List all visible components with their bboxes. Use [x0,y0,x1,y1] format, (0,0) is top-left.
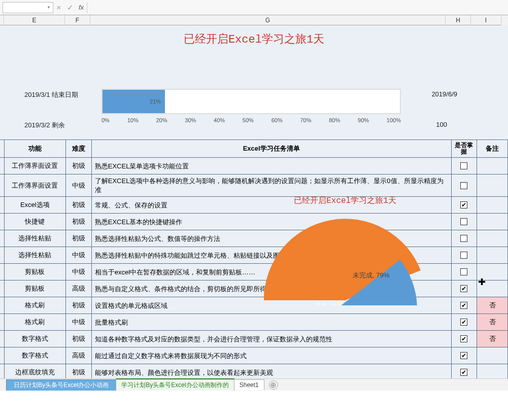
cell-function[interactable]: 选择性粘贴 [4,230,66,247]
cell-remark[interactable]: 否 [477,297,508,314]
cell-difficulty[interactable]: 高级 [66,347,92,364]
table-row[interactable]: Excel选项初级常规、公式、保存的设置✔ [0,197,508,214]
cell-mastered[interactable] [451,247,477,264]
col-header-E[interactable]: E [4,15,65,25]
table-row[interactable]: 剪贴板中级相当于excel中在暂存数据的区域，和复制前剪贴板…… [0,264,508,281]
cell-description[interactable]: 熟悉EXCEL菜单选项卡功能位置 [91,158,451,174]
fx-commit-icon[interactable]: ✓ [64,3,76,12]
cell-remark[interactable] [477,347,508,364]
table-row[interactable]: 格式刷中级批量格式刷✔否 [0,314,508,331]
cell-remark[interactable] [477,158,508,174]
table-row[interactable]: 剪贴板高级熟悉与自定义格式、条件格式的结合，剪切板的所见即所得✔ [0,281,508,297]
checkbox[interactable] [460,268,467,275]
checkbox[interactable] [460,235,467,242]
cell-description[interactable]: 熟悉选择性粘贴为公式、数值等的操作方法 [91,230,451,247]
fx-cancel-icon[interactable]: × [53,3,64,12]
cell-mastered[interactable]: ✔ [451,197,477,214]
cell-function[interactable]: Excel选项 [4,197,66,214]
table-row[interactable]: 工作薄界面设置初级熟悉EXCEL菜单选项卡功能位置 [0,158,508,174]
table-row[interactable]: 选择性粘贴中级熟悉选择性粘贴中的特殊功能如跳过空单元格、粘贴链接以及图…… [0,247,508,264]
checkbox[interactable] [460,162,467,169]
cell-description[interactable]: 能过通过自定义数字格式来将数据展现为不同的形式 [91,347,451,364]
cell-mastered[interactable]: ✔ [451,281,477,297]
cell-description[interactable]: 知道各种数字格式及对应的数据类型，并会进行合理管理，保证数据录入的规范性 [91,331,451,347]
cell-mastered[interactable] [451,158,477,174]
formula-input[interactable] [87,2,505,13]
cell-remark[interactable] [477,264,508,281]
table-row[interactable]: 数字格式初级知道各种数字格式及对应的数据类型，并会进行合理管理，保证数据录入的规… [0,331,508,347]
checkbox[interactable]: ✔ [460,201,467,208]
cell-function[interactable]: 数字格式 [4,331,66,347]
cell-difficulty[interactable]: 初级 [66,158,92,174]
table-row[interactable]: 格式刷初级设置格式的单元格或区域✔否 [0,297,508,314]
cell-difficulty[interactable]: 初级 [66,297,92,314]
cell-description[interactable]: 熟悉EXCEL基本的快捷键操作 [91,214,451,230]
cell-description[interactable]: 熟悉与自定义格式、条件格式的结合，剪切板的所见即所得 [91,281,451,297]
cell-mastered[interactable]: ✔ [451,297,477,314]
table-row[interactable]: 数字格式高级能过通过自定义数字格式来将数据展现为不同的形式✔ [0,347,508,364]
add-sheet-icon[interactable]: ⊕ [269,380,278,390]
checkbox[interactable]: ✔ [460,335,467,342]
checkbox[interactable]: ✔ [460,285,467,292]
cell-remark[interactable] [477,247,508,264]
cell-mastered[interactable] [451,230,477,247]
cell-difficulty[interactable]: 中级 [66,264,92,281]
cell-remark[interactable]: 否 [477,314,508,331]
checkbox[interactable] [460,218,467,225]
cell-function[interactable]: 格式刷 [4,297,66,314]
sheet-tab-2[interactable]: 学习计划By头条号Excel办公动画制作的 [116,378,234,391]
col-header-F[interactable]: F [65,15,90,25]
checkbox[interactable]: ✔ [460,302,467,309]
cell-function[interactable]: 工作薄界面设置 [4,174,66,197]
cell-mastered[interactable] [451,214,477,230]
cell-mastered[interactable]: ✔ [451,347,477,364]
cell-function[interactable]: 剪贴板 [4,264,66,281]
name-box-dropdown-icon[interactable]: ▼ [47,5,51,10]
fx-icon[interactable]: fx [76,4,87,11]
cell-description[interactable]: 熟悉选择性粘贴中的特殊功能如跳过空单元格、粘贴链接以及图…… [91,247,451,264]
cell-remark[interactable] [477,230,508,247]
cell-function[interactable]: 工作薄界面设置 [4,158,66,174]
sheet-tab-1[interactable]: 日历计划By头条号Excel办公小动画 [6,379,116,391]
cell-function[interactable]: 格式刷 [4,314,66,331]
cell-difficulty[interactable]: 初级 [66,197,92,214]
table-row[interactable]: 快捷键初级熟悉EXCEL基本的快捷键操作 [0,214,508,230]
table-row[interactable]: 工作薄界面设置中级了解EXCEL选项中各种选择的意义与影响，能够随机解决遇到的设… [0,174,508,197]
col-header-I[interactable]: I [471,15,501,25]
cell-mastered[interactable]: ✔ [451,331,477,347]
cell-difficulty[interactable]: 初级 [66,230,92,247]
cell-description[interactable]: 设置格式的单元格或区域 [91,297,451,314]
cell-remark[interactable] [477,281,508,297]
checkbox[interactable]: ✔ [460,369,467,376]
sheet-tab-3[interactable]: Sheet1 [234,379,264,390]
checkbox[interactable] [460,182,467,189]
col-header-G[interactable]: G [90,15,446,25]
cell-description[interactable]: 相当于excel中在暂存数据的区域，和复制前剪贴板…… [91,264,451,281]
checkbox[interactable] [460,252,467,259]
table-row[interactable]: 选择性粘贴初级熟悉选择性粘贴为公式、数值等的操作方法 [0,230,508,247]
cell-mastered[interactable]: ✔ [451,314,477,331]
cell-function[interactable]: 快捷键 [4,214,66,230]
cell-difficulty[interactable]: 中级 [66,174,92,197]
cell-remark[interactable] [477,214,508,230]
col-header-H[interactable]: H [446,15,471,25]
cell-description[interactable]: 常规、公式、保存的设置 [91,197,451,214]
cell-difficulty[interactable]: 高级 [66,281,92,297]
cell-difficulty[interactable]: 中级 [66,247,92,264]
cell-difficulty[interactable]: 初级 [66,214,92,230]
cell-mastered[interactable] [451,174,477,197]
cell-function[interactable]: 剪贴板 [4,281,66,297]
checkbox[interactable]: ✔ [460,319,467,326]
cell-mastered[interactable] [451,264,477,281]
cell-description[interactable]: 了解EXCEL选项中各种选择的意义与影响，能够随机解决遇到的设置问题；如显示所有… [91,174,451,197]
cell-remark[interactable] [477,197,508,214]
cell-function[interactable]: 数字格式 [4,347,66,364]
cell-remark[interactable]: 否 [477,331,508,347]
cell-description[interactable]: 批量格式刷 [91,314,451,331]
checkbox[interactable]: ✔ [460,352,467,359]
cell-function[interactable]: 选择性粘贴 [4,247,66,264]
cell-difficulty[interactable]: 中级 [66,314,92,331]
cell-difficulty[interactable]: 初级 [66,331,92,347]
name-box[interactable]: ▼ [3,2,53,13]
cell-remark[interactable] [477,174,508,197]
